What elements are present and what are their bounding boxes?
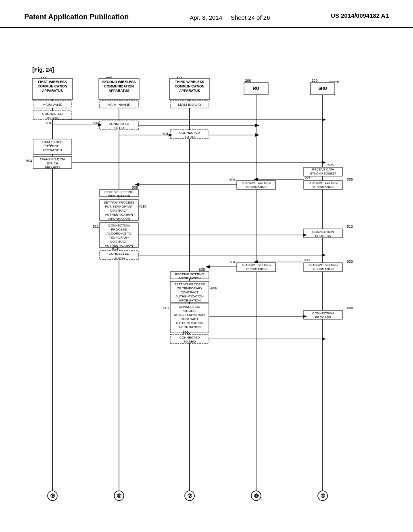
svg-text:PROCESS: PROCESS xyxy=(181,309,197,313)
svg-marker-68 xyxy=(322,161,326,164)
svg-text:⑲: ⑲ xyxy=(254,493,259,498)
svg-marker-56 xyxy=(255,133,259,137)
svg-text:AUTHENTICATION: AUTHENTICATION xyxy=(105,213,133,216)
svg-text:⑰: ⑰ xyxy=(117,493,122,498)
svg-text:TRANSMIT SETTING: TRANSMIT SETTING xyxy=(309,263,338,267)
svg-text:PROCESS: PROCESS xyxy=(315,316,331,319)
svg-text:CONNECTION: CONNECTION xyxy=(108,224,130,227)
svg-text:SHO: SHO xyxy=(318,86,327,91)
sequence-diagram: FIRST WIRELESS COMMUNICATION APPARATUS 3… xyxy=(24,77,387,512)
svg-text:INFORMATION: INFORMATION xyxy=(313,267,334,271)
svg-text:CONNECTED: CONNECTED xyxy=(109,122,129,126)
svg-text:CONNECTED: CONNECTED xyxy=(179,336,200,339)
svg-text:-510: -510 xyxy=(139,204,146,208)
svg-text:APPARATUS: APPARATUS xyxy=(42,89,63,93)
svg-text:200: 200 xyxy=(245,79,251,83)
date-sheet: Apr. 3, 2014 Sheet 24 of 26 xyxy=(190,12,270,23)
svg-marker-129 xyxy=(206,265,210,268)
svg-text:INFORMATION: INFORMATION xyxy=(246,267,267,271)
svg-text:⑳: ⑳ xyxy=(321,493,325,498)
svg-text:509: 509 xyxy=(132,185,138,189)
svg-text:ACCORDING TO: ACCORDING TO xyxy=(106,232,131,235)
svg-text:609: 609 xyxy=(183,330,189,335)
svg-text:TO SHO: TO SHO xyxy=(113,256,125,260)
svg-text:CONTRACT: CONTRACT xyxy=(181,317,199,321)
svg-text:OPERATION: OPERATION xyxy=(43,148,62,152)
svg-text:TO SHO: TO SHO xyxy=(184,340,196,343)
svg-marker-48 xyxy=(255,124,259,127)
svg-text:507: 507 xyxy=(305,175,311,179)
svg-text:AUTHENTICATION: AUTHENTICATION xyxy=(175,295,204,298)
svg-text:-504: -504 xyxy=(25,159,32,163)
svg-text:FIRST WIRELESS: FIRST WIRELESS xyxy=(38,80,67,84)
svg-text:CONTRACT: CONTRACT xyxy=(110,209,128,212)
svg-text:TO RO: TO RO xyxy=(114,126,124,130)
svg-text:TO RO: TO RO xyxy=(184,135,194,139)
svg-text:TO SHO: TO SHO xyxy=(46,116,59,120)
svg-text:300: 300 xyxy=(40,77,46,79)
patent-number: US 2014/0094182 A1 xyxy=(331,12,389,19)
svg-text:608: 608 xyxy=(347,306,353,310)
sheet-info: Sheet 24 of 26 xyxy=(231,14,270,21)
svg-text:-508: -508 xyxy=(228,178,236,182)
svg-text:TEMPORARY: TEMPORARY xyxy=(109,236,129,239)
svg-text:APPARATUS: APPARATUS xyxy=(179,89,200,93)
publication-date: Apr. 3, 2014 xyxy=(190,14,222,21)
svg-text:607: 607 xyxy=(163,306,169,310)
svg-text:120: 120 xyxy=(311,79,317,83)
svg-text:511: 511 xyxy=(93,224,99,229)
svg-marker-116 xyxy=(322,254,326,257)
svg-text:CONTRACT: CONTRACT xyxy=(110,240,128,243)
svg-text:CONNECTION: CONNECTION xyxy=(312,312,334,315)
svg-text:605: 605 xyxy=(199,268,205,272)
svg-text:INFORMATION: INFORMATION xyxy=(178,276,201,280)
svg-text:RECEIVE SETTING: RECEIVE SETTING xyxy=(104,190,133,194)
svg-text:602: 602 xyxy=(347,260,353,264)
figure-label: [Fig. 24] xyxy=(32,66,54,73)
svg-text:MCIM INVALID: MCIM INVALID xyxy=(178,103,201,107)
svg-text:CONNECTION: CONNECTION xyxy=(312,230,334,234)
svg-text:PROCESS: PROCESS xyxy=(315,234,331,238)
svg-text:TRANSMIT SETTING: TRANSMIT SETTING xyxy=(242,263,271,267)
svg-text:512: 512 xyxy=(347,224,353,229)
svg-text:TRANSMIT DATA: TRANSMIT DATA xyxy=(40,158,65,161)
svg-text:501: 501 xyxy=(46,121,52,125)
svg-text:-503: -503 xyxy=(44,143,52,147)
page-header: Patent Application Publication Apr. 3, 2… xyxy=(0,0,413,28)
svg-text:CONTRACT: CONTRACT xyxy=(181,291,199,294)
svg-text:FOR TEMPORARY: FOR TEMPORARY xyxy=(105,205,133,208)
svg-marker-39 xyxy=(322,118,326,121)
svg-text:INFORMATION: INFORMATION xyxy=(246,185,267,189)
svg-text:505: 505 xyxy=(327,163,334,167)
svg-text:CONNECTED: CONNECTED xyxy=(179,131,200,135)
svg-text:COMMUNICATION: COMMUNICATION xyxy=(175,84,204,88)
publication-title: Patent Application Publication xyxy=(24,12,129,22)
svg-text:MCIM INVALID: MCIM INVALID xyxy=(107,103,130,107)
svg-text:130: 130 xyxy=(106,77,112,79)
svg-text:INFORMATION: INFORMATION xyxy=(313,185,334,189)
svg-text:REQUEST: REQUEST xyxy=(45,166,60,169)
svg-text:USING TEMPORARY: USING TEMPORARY xyxy=(174,313,206,317)
svg-text:-604: -604 xyxy=(228,260,236,264)
svg-text:CONNECTION: CONNECTION xyxy=(179,305,200,309)
svg-text:SYNCH: SYNCH xyxy=(47,162,58,165)
svg-text:140: 140 xyxy=(176,77,182,79)
svg-text:COMMUNICATION: COMMUNICATION xyxy=(38,84,67,88)
svg-text:CONNECTED: CONNECTED xyxy=(42,112,63,116)
svg-text:INFORMATION: INFORMATION xyxy=(108,217,130,220)
svg-text:RECEIVE SETTING: RECEIVE SETTING xyxy=(175,272,204,276)
svg-text:603: 603 xyxy=(304,258,310,262)
svg-text:SYNCH REQUEST: SYNCH REQUEST xyxy=(310,172,336,175)
svg-text:APPARATUS: APPARATUS xyxy=(108,89,129,93)
svg-text:SETTING PROCESS: SETTING PROCESS xyxy=(174,283,205,286)
svg-text:513: 513 xyxy=(112,247,118,251)
svg-text:CONNECTED: CONNECTED xyxy=(109,252,129,256)
svg-text:AUTHENTICATION: AUTHENTICATION xyxy=(105,244,133,247)
svg-text:AUTHENTICATION: AUTHENTICATION xyxy=(175,321,204,325)
svg-text:⑬: ⑬ xyxy=(188,493,192,498)
svg-text:502: 502 xyxy=(93,121,99,125)
svg-text:SETTING PROCESS: SETTING PROCESS xyxy=(104,201,134,204)
svg-text:-606: -606 xyxy=(210,286,217,290)
svg-text:PROCESS: PROCESS xyxy=(111,228,127,231)
page: Patent Application Publication Apr. 3, 2… xyxy=(0,0,413,532)
